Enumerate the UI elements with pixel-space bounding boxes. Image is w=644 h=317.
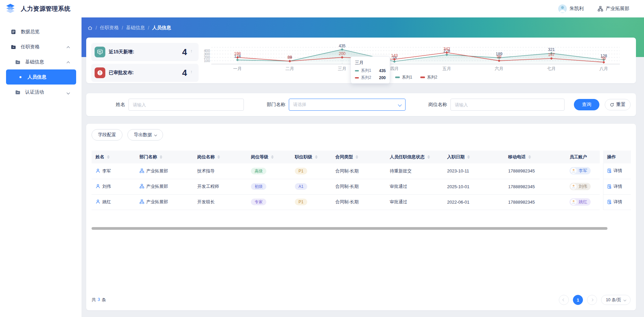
export-data-button[interactable]: 导出数据 [127,129,163,141]
sidebar-item-data-overview[interactable]: 数据总览 [0,24,82,39]
rank-badge: P1 [295,199,307,205]
sort-carets-icon[interactable] [356,155,358,159]
org-chart-icon [598,6,603,11]
department-select[interactable]: 请选择 [289,99,406,111]
column-header-4[interactable]: 岗位等级 [247,151,291,163]
department-field-label: 部门名称 [257,102,285,108]
grade-badge: 初级 [251,183,266,190]
reset-button[interactable]: 重置 [605,99,631,110]
legend-series2[interactable]: 系列2 [420,74,437,80]
department-switcher[interactable]: 产业拓展部 [598,6,629,12]
column-label: 职位职级 [295,154,312,160]
sidebar-item-label: 数据总览 [21,29,40,35]
column-label: 岗位名称 [197,154,215,160]
rank-badge: P1 [295,168,307,174]
cell-action: 详情 [601,194,631,210]
chevron-up-icon[interactable] [67,44,69,50]
monitor-chart-icon [95,47,105,57]
column-header-2[interactable]: 部门名称 [136,151,193,163]
sort-carets-icon[interactable] [315,155,318,159]
horizontal-scrollbar[interactable] [92,227,607,230]
employee-table: 姓名部门名称岗位名称岗位等级职位职级合同类型人员任职信息状态入职日期移动电话员工… [92,151,631,210]
user-menu[interactable]: 朱凯利 [558,4,584,13]
detail-button[interactable]: 详情 [607,199,622,205]
sort-carets-icon[interactable] [528,155,531,159]
department-icon [140,184,144,189]
sidebar-item-label: 基础信息 [25,59,44,65]
account-pill[interactable]: 姚红 [570,198,591,206]
pagination: 1 10 条/页 [559,295,631,305]
column-header-1[interactable]: 姓名 [92,151,136,163]
table-header-row: 姓名部门名称岗位名称岗位等级职位职级合同类型人员任职信息状态入职日期移动电话员工… [92,151,631,163]
sidebar-item-certification[interactable]: 认证活动 [0,85,82,100]
column-label: 岗位等级 [251,154,268,160]
sidebar-item-personnel-info[interactable]: 人员信息 [6,69,76,85]
cell-hire-date: 2022-06-01 [443,194,504,210]
field-config-button[interactable]: 字段配置 [92,129,122,141]
column-header-8[interactable]: 入职日期 [443,151,504,163]
table-panel: 字段配置 导出数据 姓名部门名称岗位名称岗位等级职位职级合同类型人员任职信息状态… [86,124,636,310]
breadcrumb-current: 人员信息 [152,25,171,31]
person-icon [96,184,100,189]
chevron-right-icon [591,299,593,301]
tooltip-series-name: 系列1 [361,68,371,73]
detail-button[interactable]: 详情 [607,168,622,174]
cell-status: 待重新提交 [386,163,443,179]
cell-grade: 专家 [247,194,291,210]
search-button[interactable]: 查询 [574,99,599,110]
sidebar-item-label: 人员信息 [28,74,46,80]
series-marker-icon [355,77,359,78]
column-label: 移动电话 [508,154,526,160]
page-1-button[interactable]: 1 [573,295,583,305]
sidebar-item-qualification[interactable]: 任职资格 [0,39,82,54]
cell-contract: 合同制-长期 [331,179,386,194]
prev-page-button[interactable] [559,295,569,305]
column-label: 入职日期 [447,154,465,160]
sort-carets-icon[interactable] [427,155,430,159]
cell-rank: P1 [291,163,331,179]
next-page-button[interactable] [587,295,597,305]
name-input[interactable] [128,99,244,111]
legend-marker-icon [395,76,400,78]
sort-carets-icon[interactable] [467,155,470,159]
column-header-5[interactable]: 职位职级 [291,151,331,163]
svg-text:五月: 五月 [442,66,451,71]
column-label: 部门名称 [140,154,157,160]
column-header-6[interactable]: 合同类型 [331,151,386,163]
legend-series1[interactable]: 系列1 [395,74,412,80]
position-input[interactable] [450,99,565,111]
cell-account: 刘伟 [566,179,601,194]
sort-carets-icon[interactable] [107,155,110,159]
mini-avatar-icon [571,168,577,174]
detail-button[interactable]: 详情 [607,183,622,190]
sort-carets-icon[interactable] [271,155,274,159]
sort-carets-icon[interactable] [160,155,162,159]
chevron-down-icon[interactable] [67,90,69,95]
column-header-3[interactable]: 岗位名称 [193,151,247,163]
breadcrumb-item[interactable]: 任职资格 [100,25,119,31]
department-name: 产业拓展部 [606,6,629,12]
cell-hire-date: 2023-10-11 [443,163,504,179]
chevron-up-icon[interactable] [67,59,69,65]
page-size-label: 10 条/页 [606,297,621,303]
column-header-7[interactable]: 人员任职信息状态 [386,151,443,163]
sort-carets-icon[interactable] [217,155,220,159]
column-header-9[interactable]: 移动电话 [504,151,566,163]
chevron-down-icon [154,134,157,136]
legend-marker-icon [420,76,425,78]
table-row: 李军产业拓展部技术指导高级P1合同制-长期待重新提交2023-10-111788… [92,163,631,179]
sidebar-item-basic-info[interactable]: 基础信息 [0,54,82,69]
cell-status: 审批通过 [386,179,443,194]
account-pill[interactable]: 刘伟 [570,183,591,190]
page-size-select[interactable]: 10 条/页 [601,295,631,305]
person-icon [96,199,100,204]
detail-doc-icon [607,184,612,189]
home-icon[interactable] [88,25,93,31]
breadcrumb-item[interactable]: 基础信息 [126,25,145,31]
name-field-label: 姓名 [92,102,125,108]
svg-text:200: 200 [339,51,345,56]
select-placeholder: 请选择 [293,102,306,108]
app-title: 人力资源管理系统 [21,5,70,13]
account-pill[interactable]: 李军 [570,167,591,174]
export-label: 导出数据 [134,132,152,138]
